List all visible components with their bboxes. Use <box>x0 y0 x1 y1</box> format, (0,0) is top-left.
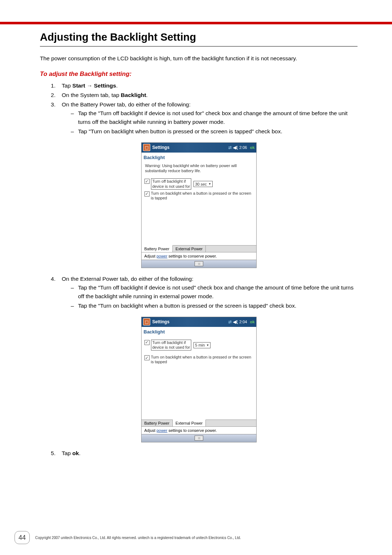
chk1-line2: device is not used for <box>152 345 190 349</box>
sound-icon[interactable]: ◀ξ <box>233 320 238 324</box>
tray-icons: ⇄ ◀ξ 2:06 ok <box>228 145 254 150</box>
step1-start: Start <box>72 82 85 89</box>
step5-prefix: Tap <box>62 450 72 456</box>
steps-list: Tap Start → Settings. On the System tab,… <box>40 81 358 136</box>
footer-link-row: Adjust power settings to conserve power. <box>142 252 256 260</box>
timeout-dropdown[interactable]: 30 sec ▼ <box>193 181 212 187</box>
tab-battery-power[interactable]: Battery Power <box>142 420 173 426</box>
footer-link-row: Adjust power settings to conserve power. <box>142 426 256 434</box>
chevron-down-icon: ▼ <box>208 182 211 186</box>
checkbox-turnon-row: ✓ Turn on backlight when a button is pre… <box>144 191 253 200</box>
step1-suffix: . <box>116 82 118 89</box>
signal-icon[interactable]: ⇄ <box>228 320 232 324</box>
step2-prefix: On the System tab, tap <box>62 92 121 98</box>
page-heading: Adjusting the Backlight Setting <box>40 31 358 46</box>
panel-title: Backlight <box>142 153 256 162</box>
chk1-line1: Turn off backlight if <box>152 340 186 345</box>
step4-text: On the External Power tab, do either of … <box>62 276 193 282</box>
step5-suffix: . <box>79 450 80 456</box>
step4-bullets: Tap the "Turn off backlight if device is… <box>62 283 358 310</box>
step-4: On the External Power tab, do either of … <box>51 275 358 310</box>
step2-suffix: . <box>146 92 148 98</box>
tabs-row: Battery Power External Power <box>142 245 256 252</box>
dropdown-value: 30 sec <box>195 182 207 186</box>
step1-arrow: → <box>85 82 94 89</box>
titlebar: ⬚ Settings ⇄ ◀ξ 2:06 ok <box>142 143 256 153</box>
warning-text: Warning: Using backlight while on batter… <box>144 163 253 174</box>
checkbox-turnoff[interactable]: ✓ <box>144 179 150 184</box>
subheading: To adjust the Backlight setting: <box>40 70 358 78</box>
ok-button[interactable]: ok <box>250 145 255 150</box>
step1-prefix: Tap <box>62 82 72 89</box>
chk1-line1: Turn off backlight if <box>152 179 186 183</box>
keyboard-icon[interactable]: ⠿⠿ <box>195 261 203 266</box>
footer-post: settings to conserve power. <box>167 254 217 258</box>
sound-icon[interactable]: ◀ξ <box>233 145 238 150</box>
checkbox-turnon-row: ✓ Turn on backlight when a button is pre… <box>144 355 253 364</box>
page-footer: 44 Copyright 2007 unitech Electronics Co… <box>0 531 392 544</box>
ok-button[interactable]: ok <box>250 320 255 324</box>
clock-text: 2:06 <box>239 145 247 150</box>
step5-ok: ok <box>72 450 79 456</box>
intro-paragraph: The power consumption of the LCD backlig… <box>40 54 358 62</box>
checkbox-turnoff-label: Turn off backlight if device is not used… <box>151 178 192 189</box>
step3-bullet1: Tap the "Turn off backlight if device is… <box>71 109 358 126</box>
page-content: Adjusting the Backlight Setting The powe… <box>40 22 358 458</box>
chk1-line2: device is not used for <box>152 184 190 189</box>
tabs-row: Battery Power External Power <box>142 420 256 426</box>
steps-list-final: Tap ok. <box>40 449 358 458</box>
footer-pre: Adjust <box>144 254 157 258</box>
page-number: 44 <box>15 531 30 544</box>
step3-text: On the Battery Power tab, do either of t… <box>62 101 191 108</box>
step2-backlight: Backlight <box>121 92 146 98</box>
tray-icons: ⇄ ◀ξ 2:04 ok <box>228 320 254 324</box>
screenshot-external-power: ⬚ Settings ⇄ ◀ξ 2:04 ok Backlight ✓ Turn… <box>141 317 257 442</box>
power-link[interactable]: power <box>156 428 167 433</box>
tab-battery-power[interactable]: Battery Power <box>142 245 173 252</box>
clock-text: 2:04 <box>239 320 247 324</box>
step1-settings: Settings <box>94 82 116 89</box>
start-icon[interactable]: ⬚ <box>143 144 150 151</box>
step4-bullet2: Tap the "Turn on backlight when a button… <box>71 301 358 310</box>
checkbox-turnoff-row: ✓ Turn off backlight if device is not us… <box>144 178 253 189</box>
checkbox-turnoff[interactable]: ✓ <box>144 340 150 345</box>
checkbox-turnoff-row: ✓ Turn off backlight if device is not us… <box>144 340 253 351</box>
screenshot-battery-power: ⬚ Settings ⇄ ◀ξ 2:06 ok Backlight Warnin… <box>141 142 257 268</box>
signal-icon[interactable]: ⇄ <box>228 145 232 150</box>
window-title: Settings <box>152 319 170 324</box>
power-link[interactable]: power <box>156 254 167 258</box>
step3-bullet2: Tap "Turn on backlight when button is pr… <box>71 127 358 136</box>
tab-external-power[interactable]: External Power <box>173 246 206 252</box>
checkbox-turnon-label: Turn on backlight when a button is press… <box>151 355 253 364</box>
titlebar: ⬚ Settings ⇄ ◀ξ 2:04 ok <box>142 317 256 327</box>
checkbox-turnon[interactable]: ✓ <box>144 191 150 197</box>
step-1: Tap Start → Settings. <box>51 81 358 90</box>
sip-bar: ⠿⠿ <box>142 434 256 442</box>
sip-bar: ⠿⠿ <box>142 260 256 268</box>
checkbox-turnon[interactable]: ✓ <box>144 355 150 360</box>
timeout-dropdown[interactable]: 5 min ▼ <box>193 342 211 348</box>
step4-bullet1: Tap the "Turn off backlight if device is… <box>71 283 358 301</box>
dropdown-value: 5 min <box>195 343 205 347</box>
keyboard-icon[interactable]: ⠿⠿ <box>195 436 203 441</box>
settings-body: ✓ Turn off backlight if device is not us… <box>142 336 256 420</box>
footer-post: settings to conserve power. <box>167 428 217 433</box>
checkbox-turnoff-label: Turn off backlight if device is not used… <box>151 340 192 351</box>
chevron-down-icon: ▼ <box>206 344 209 347</box>
steps-list-continued: On the External Power tab, do either of … <box>40 275 358 310</box>
panel-title: Backlight <box>142 327 256 336</box>
step3-bullets: Tap the "Turn off backlight if device is… <box>62 109 358 136</box>
window-title: Settings <box>152 145 170 150</box>
tab-external-power[interactable]: External Power <box>173 420 206 426</box>
header-rule <box>0 22 392 24</box>
footer-pre: Adjust <box>144 428 157 433</box>
checkbox-turnon-label: Turn on backlight when a button is press… <box>151 191 253 200</box>
step-3: On the Battery Power tab, do either of t… <box>51 100 358 136</box>
step-2: On the System tab, tap Backlight. <box>51 91 358 100</box>
step-5: Tap ok. <box>51 449 358 458</box>
copyright-text: Copyright 2007 unitech Electronics Co., … <box>35 536 358 540</box>
start-icon[interactable]: ⬚ <box>143 318 150 325</box>
settings-body: Warning: Using backlight while on batter… <box>142 162 256 245</box>
